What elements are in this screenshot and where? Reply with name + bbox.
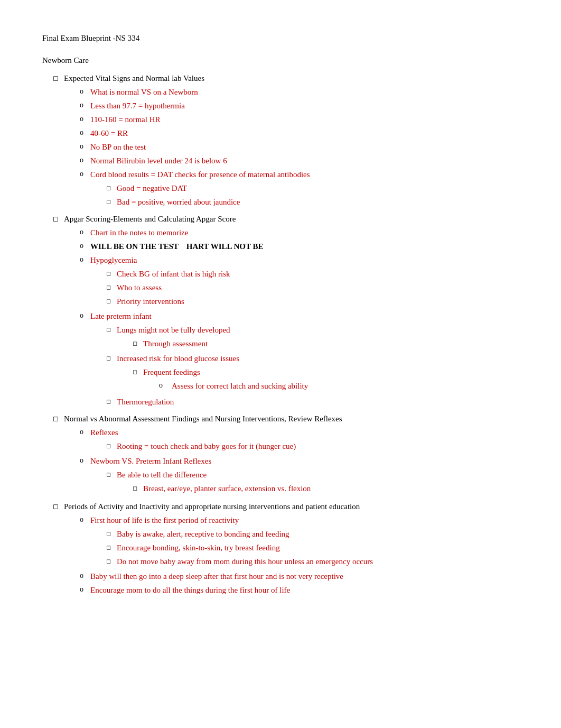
section-label: Normal vs Abnormal Assessment Findings a… xyxy=(64,414,342,423)
level2-item: oBaby will then go into a deep sleep aft… xyxy=(80,570,529,583)
level3-text: Check BG of infant that is high risk xyxy=(117,270,230,278)
section-label: Apgar Scoring-Elements and Calculating A… xyxy=(64,215,236,223)
bullet-icon: ◻ xyxy=(53,501,59,512)
level3-item: ◻Rooting = touch check and baby goes for… xyxy=(106,440,529,453)
level2-item: oFirst hour of life is the first period … xyxy=(80,514,529,569)
level2-item: oLess than 97.7 = hypothermia xyxy=(80,99,529,112)
sq-bullet-icon: ◻ xyxy=(106,297,113,306)
level3-item: ◻Who to assess xyxy=(106,281,529,294)
bullet-icon: ◻ xyxy=(53,73,59,84)
sq-bullet-icon: ◻ xyxy=(106,557,113,566)
sq-bullet-icon: ◻ xyxy=(106,183,113,193)
level3-text: Lungs might not be fully developed xyxy=(117,326,230,334)
level4-text: Through assessment xyxy=(143,339,208,348)
o-bullet-icon: o xyxy=(80,226,86,238)
sq-bullet-icon: ◻ xyxy=(106,397,113,407)
section-label: Periods of Activity and Inactivity and a… xyxy=(64,502,360,511)
sq2-bullet-icon: ◻ xyxy=(133,367,139,377)
level3-text: Encourage bonding, skin-to-skin, try bre… xyxy=(117,543,280,552)
level2-text: Encourage mom to do all the things durin… xyxy=(90,586,290,594)
o-bullet-icon: o xyxy=(80,154,86,166)
o-bullet-icon: o xyxy=(80,426,86,438)
section-item: ◻Apgar Scoring-Elements and Calculating … xyxy=(53,213,529,410)
level2-text: WILL BE ON THE TEST HART WILL NOT BE xyxy=(90,242,264,251)
level4-item: ◻Frequent feedingsoAssess for correct la… xyxy=(133,366,529,393)
o-bullet-icon: o xyxy=(80,254,86,265)
level2-text: Cord blood results = DAT checks for pres… xyxy=(90,170,310,179)
sq-bullet-icon: ◻ xyxy=(106,543,113,552)
sq2-bullet-icon: ◻ xyxy=(133,339,139,348)
o-bullet-icon: o xyxy=(80,168,86,180)
page-title: Final Exam Blueprint -NS 334 xyxy=(42,32,529,44)
level2-text: Less than 97.7 = hypothermia xyxy=(90,102,185,110)
o-bullet-icon: o xyxy=(80,584,86,595)
level3-item: ◻Do not move baby away from mom during t… xyxy=(106,555,529,568)
level3-text: Bad = positive, worried about jaundice xyxy=(117,198,240,206)
level4-text: Frequent feedings xyxy=(143,368,200,376)
o-bullet-icon: o xyxy=(80,113,86,125)
level2-item: oCord blood results = DAT checks for pre… xyxy=(80,168,529,209)
level2-item: oNormal Bilirubin level under 24 is belo… xyxy=(80,154,529,167)
level2-text: Hypoglycemia xyxy=(90,256,137,264)
level2-item: o110-160 = normal HR xyxy=(80,113,529,126)
level2-item: oLate preterm infant◻Lungs might not be … xyxy=(80,310,529,409)
sq-bullet-icon: ◻ xyxy=(106,269,113,279)
sq-bullet-icon: ◻ xyxy=(106,529,113,539)
o-bullet-icon: o xyxy=(80,570,86,582)
bullet-icon: ◻ xyxy=(53,214,59,225)
level3-item: ◻Baby is awake, alert, receptive to bond… xyxy=(106,528,529,540)
level3-text: Baby is awake, alert, receptive to bondi… xyxy=(117,530,289,538)
level4-item: ◻Breast, ear/eye, planter surface, exten… xyxy=(133,482,529,495)
sq-bullet-icon: ◻ xyxy=(106,325,113,335)
level2-text: What is normal VS on a Newborn xyxy=(90,88,198,96)
level2-text: Baby will then go into a deep sleep afte… xyxy=(90,572,343,580)
o-bullet-icon: o xyxy=(80,240,86,252)
sq-bullet-icon: ◻ xyxy=(106,354,113,363)
level2-text: Normal Bilirubin level under 24 is below… xyxy=(90,156,227,165)
section-item: ◻Expected Vital Signs and Normal lab Val… xyxy=(53,72,529,210)
level3-item: ◻Priority interventions xyxy=(106,295,529,308)
level3-text: Good = negative DAT xyxy=(117,184,187,192)
level3-text: Increased risk for blood glucose issues xyxy=(117,354,239,363)
level2-item: oWhat is normal VS on a Newborn xyxy=(80,86,529,98)
level3-item: ◻Check BG of infant that is high risk xyxy=(106,268,529,280)
section-subtitle: Newborn Care xyxy=(42,54,529,67)
level3-text: Rooting = touch check and baby goes for … xyxy=(117,442,296,450)
level3-text: Thermoregulation xyxy=(117,398,174,406)
level3-item: ◻Encourage bonding, skin-to-skin, try br… xyxy=(106,541,529,554)
level2-text: Newborn VS. Preterm Infant Reflexes xyxy=(90,457,211,465)
level2-item: o40-60 = RR xyxy=(80,127,529,140)
level4-text: Breast, ear/eye, planter surface, extens… xyxy=(143,484,311,493)
sq-bullet-icon: ◻ xyxy=(106,283,113,292)
level3-item: ◻Be able to tell the difference◻Breast, … xyxy=(106,468,529,496)
sq2-bullet-icon: ◻ xyxy=(133,484,139,493)
level3-item: ◻Good = negative DAT xyxy=(106,182,529,195)
level2-text: No BP on the test xyxy=(90,143,146,151)
level2-item: oWILL BE ON THE TEST HART WILL NOT BE xyxy=(80,240,529,253)
level2-item: oHypoglycemia◻Check BG of infant that is… xyxy=(80,254,529,309)
level2-text: Reflexes xyxy=(90,428,118,437)
level3-text: Do not move baby away from mom during th… xyxy=(117,557,373,566)
level2-text: 110-160 = normal HR xyxy=(90,115,160,124)
level3-text: Who to assess xyxy=(117,283,162,292)
level5-item: oAssess for correct latch and sucking ab… xyxy=(159,380,529,392)
section-label: Expected Vital Signs and Normal lab Valu… xyxy=(64,74,204,82)
level2-text: 40-60 = RR xyxy=(90,129,128,137)
level3-item: ◻Lungs might not be fully developed◻Thro… xyxy=(106,324,529,351)
level3-item: ◻Increased risk for blood glucose issues… xyxy=(106,352,529,394)
bullet-icon: ◻ xyxy=(53,413,59,425)
o2-bullet-icon: o xyxy=(159,380,167,391)
level2-text: First hour of life is the first period o… xyxy=(90,516,239,524)
level2-item: oNewborn VS. Preterm Infant Reflexes◻Be … xyxy=(80,455,529,497)
sq-bullet-icon: ◻ xyxy=(106,441,113,451)
level3-text: Priority interventions xyxy=(117,297,184,306)
o-bullet-icon: o xyxy=(80,455,86,466)
level2-item: oChart in the notes to memorize xyxy=(80,226,529,239)
o-bullet-icon: o xyxy=(80,514,86,526)
level5-text: Assess for correct latch and sucking abi… xyxy=(172,382,308,390)
level2-item: oReflexes◻Rooting = touch check and baby… xyxy=(80,426,529,454)
level3-text: Be able to tell the difference xyxy=(117,471,207,479)
section-item: ◻Periods of Activity and Inactivity and … xyxy=(53,500,529,597)
o-bullet-icon: o xyxy=(80,99,86,111)
level2-item: oNo BP on the test xyxy=(80,141,529,153)
